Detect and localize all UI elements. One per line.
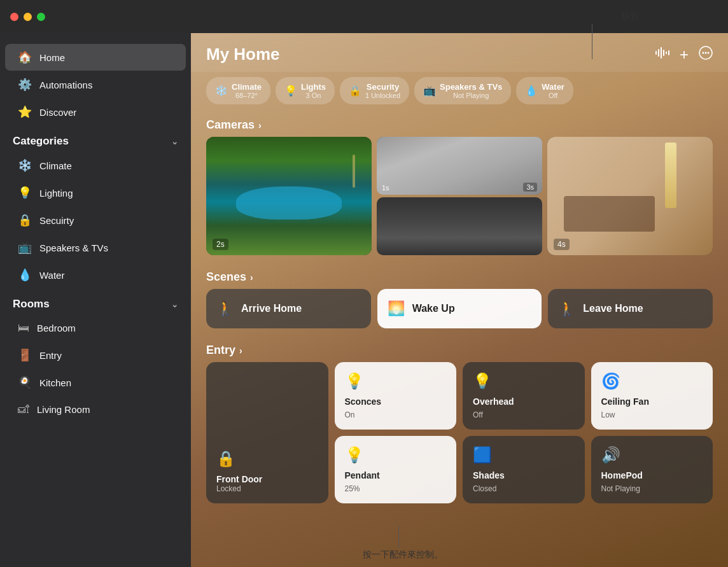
homepod-status: Not Playing bbox=[601, 484, 703, 493]
scene-wake-up[interactable]: 🌅 Wake Up bbox=[377, 289, 542, 328]
climate-icon: ❄️ bbox=[18, 158, 32, 172]
device-shades[interactable]: 🟦 Shades Closed bbox=[463, 436, 585, 503]
svg-rect-1 bbox=[658, 49, 659, 57]
climate-pill-label: Climate bbox=[232, 82, 262, 92]
camera-driveway-timestamp: 1s bbox=[382, 184, 389, 192]
sidebar-item-entry[interactable]: 🚪 Entry bbox=[5, 342, 186, 368]
sidebar-item-climate[interactable]: ❄️ Climate bbox=[5, 152, 186, 179]
ceiling-fan-name: Ceiling Fan bbox=[601, 396, 703, 407]
camera-living-room[interactable]: 4s bbox=[547, 137, 713, 255]
device-homepod[interactable]: 🔊 HomePod Not Playing bbox=[591, 436, 713, 503]
sidebar-item-lighting[interactable]: 💡 Lighting bbox=[5, 179, 186, 206]
pendant-status: 25% bbox=[345, 484, 447, 493]
home-icon: 🏠 bbox=[18, 50, 32, 64]
device-front-door[interactable]: 🔒 Front Door Locked bbox=[206, 362, 328, 503]
speakers-pill-sub: Not Playing bbox=[440, 92, 502, 99]
sidebar-label-home: Home bbox=[39, 52, 65, 63]
scenes-container: 🚶 Arrive Home 🌅 Wake Up 🚶 Leave Home bbox=[191, 289, 728, 337]
device-ceiling-fan[interactable]: 🌀 Ceiling Fan Low bbox=[591, 362, 713, 430]
sidebar-item-water[interactable]: 💧 Water bbox=[5, 262, 186, 288]
sidebar-item-discover[interactable]: ⭐ Discover bbox=[5, 99, 186, 125]
sidebar-item-security[interactable]: 🔒 Secuirty bbox=[5, 207, 186, 234]
sidebar-label-water: Water bbox=[39, 270, 64, 281]
categories-chevron: ⌄ bbox=[171, 137, 178, 146]
title-bar bbox=[0, 0, 728, 33]
shades-name: Shades bbox=[473, 470, 575, 480]
pill-security[interactable]: 🔒 Security 1 Unlocked bbox=[340, 77, 409, 104]
scenes-label: Scenes bbox=[206, 270, 246, 284]
traffic-lights bbox=[10, 13, 45, 21]
rooms-chevron: ⌄ bbox=[171, 300, 178, 309]
pill-lights[interactable]: 💡 Lights 3 On bbox=[276, 77, 335, 104]
device-sconces[interactable]: 💡 Sconces On bbox=[335, 362, 457, 430]
overhead-icon: 💡 bbox=[473, 372, 575, 390]
camera-living-room-timestamp: 4s bbox=[554, 239, 570, 250]
security-pill-label: Security bbox=[365, 82, 400, 92]
sidebar-label-discover: Discover bbox=[39, 107, 76, 118]
pill-water[interactable]: 💧 Water Off bbox=[516, 77, 573, 104]
categories-header[interactable]: Categories ⌄ bbox=[0, 126, 191, 151]
camera-pool[interactable]: 2s bbox=[206, 137, 372, 255]
sidebar-item-kitchen[interactable]: 🍳 Kitchen bbox=[5, 369, 186, 396]
lights-pill-icon: 💡 bbox=[284, 85, 297, 97]
security-pill-icon: 🔒 bbox=[349, 85, 361, 97]
svg-rect-3 bbox=[663, 50, 664, 56]
add-icon[interactable]: + bbox=[680, 46, 689, 64]
sidebar-item-home[interactable]: 🏠 Home bbox=[5, 44, 186, 71]
device-overhead[interactable]: 💡 Overhead Off bbox=[463, 362, 585, 430]
maximize-button[interactable] bbox=[37, 13, 45, 21]
rooms-header[interactable]: Rooms ⌄ bbox=[0, 289, 191, 314]
sidebar-item-automations[interactable]: ⚙️ Automations bbox=[5, 71, 186, 98]
sidebar-label-climate: Climate bbox=[39, 160, 72, 171]
sidebar-item-living-room[interactable]: 🛋 Living Room bbox=[5, 396, 186, 423]
svg-rect-5 bbox=[668, 50, 669, 55]
kitchen-icon: 🍳 bbox=[18, 375, 32, 389]
water-pill-icon: 💧 bbox=[525, 85, 538, 97]
header-actions: + bbox=[655, 46, 713, 64]
more-icon[interactable] bbox=[699, 46, 713, 63]
sidebar-item-bedroom[interactable]: 🛏 Bedroom bbox=[5, 315, 186, 341]
pill-speakers[interactable]: 📺 Speakers & TVs Not Playing bbox=[414, 77, 511, 104]
sidebar-label-speakers: Speakers & TVs bbox=[39, 242, 108, 253]
camera-garage[interactable] bbox=[377, 197, 542, 255]
leave-home-icon: 🚶 bbox=[558, 300, 575, 317]
scenes-section-header[interactable]: Scenes › bbox=[191, 264, 728, 289]
lights-pill-label: Lights bbox=[301, 82, 326, 92]
pill-climate[interactable]: ❄️ Climate 68–72° bbox=[206, 77, 270, 104]
camera-pool-timestamp: 2s bbox=[213, 239, 228, 250]
shades-icon: 🟦 bbox=[473, 446, 575, 464]
pendant-icon: 💡 bbox=[345, 446, 447, 464]
lighting-icon: 💡 bbox=[18, 186, 32, 200]
discover-icon: ⭐ bbox=[18, 105, 32, 119]
sconces-status: On bbox=[345, 410, 447, 419]
svg-rect-0 bbox=[655, 51, 657, 55]
water-pill-sub: Off bbox=[542, 92, 564, 99]
scene-arrive-home[interactable]: 🚶 Arrive Home bbox=[206, 289, 371, 328]
rooms-label: Rooms bbox=[13, 298, 50, 311]
sidebar-item-speakers[interactable]: 📺 Speakers & TVs bbox=[5, 234, 186, 261]
categories-label: Categories bbox=[13, 135, 69, 148]
cameras-chevron: › bbox=[258, 120, 262, 130]
device-pendant[interactable]: 💡 Pendant 25% bbox=[335, 436, 457, 503]
svg-point-7 bbox=[703, 52, 704, 54]
close-button[interactable] bbox=[10, 13, 18, 21]
scenes-chevron: › bbox=[250, 272, 253, 283]
speakers-pill-icon: 📺 bbox=[423, 85, 436, 97]
water-icon: 💧 bbox=[18, 268, 32, 282]
scene-leave-home[interactable]: 🚶 Leave Home bbox=[548, 289, 713, 328]
front-door-icon: 🔒 bbox=[216, 450, 235, 468]
entry-section-header[interactable]: Entry › bbox=[191, 337, 728, 362]
living-room-icon: 🛋 bbox=[18, 403, 29, 416]
cameras-section-header[interactable]: Cameras › bbox=[191, 112, 728, 137]
automations-icon: ⚙️ bbox=[18, 78, 32, 92]
shades-status: Closed bbox=[473, 484, 575, 493]
minimize-button[interactable] bbox=[24, 13, 32, 21]
wake-up-icon: 🌅 bbox=[388, 300, 405, 317]
pendant-name: Pendant bbox=[345, 470, 447, 480]
homepod-name: HomePod bbox=[601, 470, 703, 480]
waveform-icon[interactable] bbox=[655, 47, 669, 62]
water-pill-label: Water bbox=[542, 82, 564, 92]
camera-driveway[interactable]: 3s 1s bbox=[377, 137, 542, 195]
sidebar-label-bedroom: Bedroom bbox=[37, 323, 76, 333]
wake-up-label: Wake Up bbox=[412, 303, 455, 314]
